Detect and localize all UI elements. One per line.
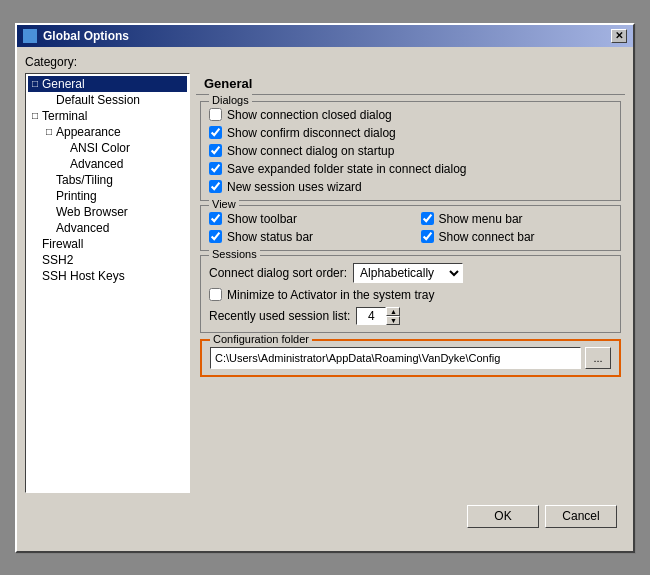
check-show-connect-bar[interactable] (421, 230, 434, 243)
config-folder-section: Configuration folder ... (200, 339, 621, 377)
check-show-status-bar[interactable] (209, 230, 222, 243)
tree-label-printing: Printing (56, 189, 97, 203)
checkbox-show-connect-startup: Show connect dialog on startup (209, 142, 612, 160)
checkbox-show-status-bar: Show status bar (209, 228, 401, 246)
tree-label-advanced: Advanced (70, 157, 123, 171)
sessions-section: Sessions Connect dialog sort order: Alph… (200, 255, 621, 333)
cancel-button[interactable]: Cancel (545, 505, 617, 528)
content-header: General (196, 73, 625, 95)
label-show-menu-bar: Show menu bar (439, 212, 523, 226)
tree-label-appearance: Appearance (56, 125, 121, 139)
checkbox-show-confirm-disconnect: Show confirm disconnect dialog (209, 124, 612, 142)
tree-label-web-browser: Web Browser (56, 205, 128, 219)
title-bar: Global Options ✕ (17, 25, 633, 47)
spinbox-buttons: ▲ ▼ (386, 307, 400, 325)
view-cols: Show toolbar Show status bar Show menu b… (209, 210, 612, 246)
dialogs-legend: Dialogs (209, 94, 252, 106)
tree-label-ssh-host-keys: SSH Host Keys (42, 269, 125, 283)
checkbox-save-expanded-folder: Save expanded folder state in connect di… (209, 160, 612, 178)
expander-general: □ (30, 78, 40, 89)
sessions-legend: Sessions (209, 248, 260, 260)
checkbox-show-menu-bar: Show menu bar (421, 210, 613, 228)
tree-item-default-session[interactable]: Default Session (42, 92, 187, 108)
browse-button[interactable]: ... (585, 347, 611, 369)
ok-button[interactable]: OK (467, 505, 539, 528)
dialogs-section: Dialogs Show connection closed dialog Sh… (200, 101, 621, 201)
check-show-connect-startup[interactable] (209, 144, 222, 157)
check-show-confirm-disconnect[interactable] (209, 126, 222, 139)
tree-label-ansi-color: ANSI Color (70, 141, 130, 155)
tree-label-tabs-tiling: Tabs/Tiling (56, 173, 113, 187)
view-section: View Show toolbar Show status bar (200, 205, 621, 251)
config-folder-row: ... (210, 347, 611, 369)
recently-used-input[interactable] (356, 307, 386, 325)
content-panel: General Dialogs Show connection closed d… (196, 73, 625, 493)
tree-label-terminal: Terminal (42, 109, 87, 123)
label-show-conn-closed: Show connection closed dialog (227, 108, 392, 122)
tree-item-printing[interactable]: Printing (42, 188, 187, 204)
expander-terminal: □ (30, 110, 40, 121)
recently-used-spinbox: ▲ ▼ (356, 307, 400, 325)
checkbox-show-conn-closed: Show connection closed dialog (209, 106, 612, 124)
tree-item-advanced2[interactable]: Advanced (42, 220, 187, 236)
tree-label-firewall: Firewall (42, 237, 83, 251)
label-show-confirm-disconnect: Show confirm disconnect dialog (227, 126, 396, 140)
tree-item-web-browser[interactable]: Web Browser (42, 204, 187, 220)
checkbox-show-connect-bar: Show connect bar (421, 228, 613, 246)
check-show-toolbar[interactable] (209, 212, 222, 225)
label-show-toolbar: Show toolbar (227, 212, 297, 226)
view-legend: View (209, 198, 239, 210)
sort-order-label: Connect dialog sort order: (209, 266, 347, 280)
view-col2: Show menu bar Show connect bar (421, 210, 613, 246)
recently-used-label: Recently used session list: (209, 309, 350, 323)
check-save-expanded-folder[interactable] (209, 162, 222, 175)
checkbox-new-session-wizard: New session uses wizard (209, 178, 612, 196)
tree-item-tabs-tiling[interactable]: Tabs/Tiling (42, 172, 187, 188)
tree-label-ssh2: SSH2 (42, 253, 73, 267)
category-tree[interactable]: □ General Default Session □ Terminal □ A… (25, 73, 190, 493)
sort-order-row: Connect dialog sort order: Alphabeticall… (209, 260, 612, 286)
tree-item-terminal[interactable]: □ Terminal (28, 108, 187, 124)
global-options-dialog: Global Options ✕ Category: □ General Def… (15, 23, 635, 553)
dialog-title: Global Options (43, 29, 129, 43)
label-show-connect-bar: Show connect bar (439, 230, 535, 244)
main-layout: □ General Default Session □ Terminal □ A… (25, 73, 625, 493)
label-save-expanded-folder: Save expanded folder state in connect di… (227, 162, 467, 176)
recently-used-row: Recently used session list: ▲ ▼ (209, 304, 612, 328)
dialog-icon (23, 29, 37, 43)
label-show-status-bar: Show status bar (227, 230, 313, 244)
check-minimize[interactable] (209, 288, 222, 301)
tree-item-ansi-color[interactable]: ANSI Color (56, 140, 187, 156)
spin-down-button[interactable]: ▼ (386, 316, 400, 325)
check-show-menu-bar[interactable] (421, 212, 434, 225)
tree-item-ssh-host-keys[interactable]: SSH Host Keys (28, 268, 187, 284)
title-bar-title: Global Options (23, 29, 129, 43)
bottom-bar: OK Cancel (25, 497, 625, 534)
label-minimize: Minimize to Activator in the system tray (227, 288, 434, 302)
tree-item-advanced[interactable]: Advanced (56, 156, 187, 172)
check-show-conn-closed[interactable] (209, 108, 222, 121)
tree-label-advanced2: Advanced (56, 221, 109, 235)
checkbox-minimize: Minimize to Activator in the system tray (209, 286, 612, 304)
tree-label-general: General (42, 77, 85, 91)
tree-label-default-session: Default Session (56, 93, 140, 107)
close-button[interactable]: ✕ (611, 29, 627, 43)
config-folder-legend: Configuration folder (210, 333, 312, 345)
spin-up-button[interactable]: ▲ (386, 307, 400, 316)
expander-appearance: □ (44, 126, 54, 137)
label-new-session-wizard: New session uses wizard (227, 180, 362, 194)
config-path-input[interactable] (210, 347, 581, 369)
check-new-session-wizard[interactable] (209, 180, 222, 193)
tree-item-ssh2[interactable]: SSH2 (28, 252, 187, 268)
checkbox-show-toolbar: Show toolbar (209, 210, 401, 228)
sort-order-select[interactable]: Alphabetically By date By type (353, 263, 463, 283)
tree-item-firewall[interactable]: Firewall (28, 236, 187, 252)
dialog-body: Category: □ General Default Session □ Te… (17, 47, 633, 542)
view-col1: Show toolbar Show status bar (209, 210, 401, 246)
category-label: Category: (25, 55, 625, 69)
tree-item-general[interactable]: □ General (28, 76, 187, 92)
tree-item-appearance[interactable]: □ Appearance (42, 124, 187, 140)
label-show-connect-startup: Show connect dialog on startup (227, 144, 394, 158)
